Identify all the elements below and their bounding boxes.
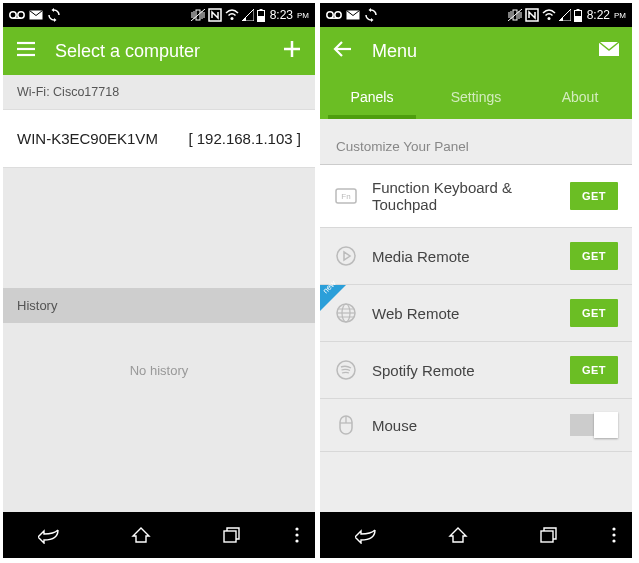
- panel-item-media-remote[interactable]: Media Remote GET: [320, 228, 632, 285]
- svg-marker-33: [369, 8, 372, 12]
- screen-left: 8:23PM Select a computer Wi-Fi: Cisco177…: [3, 3, 315, 558]
- svg-rect-64: [541, 531, 553, 542]
- play-icon: [334, 244, 358, 268]
- actionbar: Menu: [320, 27, 632, 75]
- get-button[interactable]: GET: [570, 242, 618, 270]
- toggle-thumb: [594, 412, 618, 438]
- content: Wi-Fi: Cisco17718 WIN-K3EC90EK1VM [ 192.…: [3, 75, 315, 512]
- sync-icon: [364, 8, 378, 22]
- panel-item-spotify-remote[interactable]: Spotify Remote GET: [320, 342, 632, 399]
- svg-marker-24: [133, 528, 149, 542]
- section-title: Customize Your Panel: [320, 119, 632, 165]
- add-icon[interactable]: [281, 38, 303, 64]
- no-history-label: No history: [3, 323, 315, 418]
- back-button[interactable]: [3, 526, 95, 544]
- mouse-icon: [334, 413, 358, 437]
- panel-label: Function Keyboard & Touchpad: [372, 179, 570, 213]
- recent-button[interactable]: [504, 526, 596, 544]
- tab-about[interactable]: About: [528, 75, 632, 119]
- svg-rect-25: [224, 531, 236, 542]
- actionbar-title: Select a computer: [55, 41, 200, 62]
- svg-point-0: [10, 12, 16, 18]
- panel-label: Media Remote: [372, 248, 570, 265]
- wifi-icon: [542, 9, 556, 21]
- wifi-icon: [225, 9, 239, 21]
- get-button[interactable]: GET: [570, 356, 618, 384]
- svg-point-42: [547, 17, 550, 20]
- panel-label: Spotify Remote: [372, 362, 570, 379]
- panel-item-mouse[interactable]: Mouse: [320, 399, 632, 452]
- clock-ampm: PM: [614, 11, 626, 20]
- panel-label: Mouse: [372, 417, 570, 434]
- mouse-toggle[interactable]: [570, 414, 618, 436]
- svg-point-30: [335, 12, 341, 18]
- svg-point-52: [337, 247, 355, 265]
- tab-settings[interactable]: Settings: [424, 75, 528, 119]
- recent-button[interactable]: [187, 526, 279, 544]
- signal-icon: [559, 9, 571, 21]
- voicemail-icon: [326, 10, 342, 20]
- mail-icon: [346, 10, 360, 20]
- sync-icon: [47, 8, 61, 22]
- computer-ip: [ 192.168.1.103 ]: [188, 130, 301, 147]
- svg-marker-43: [559, 9, 571, 21]
- wifi-label: Wi-Fi: Cisco17718: [3, 75, 315, 109]
- panel-list: Customize Your Panel Fn Function Keyboar…: [320, 119, 632, 512]
- empty-space: [3, 168, 315, 288]
- svg-point-66: [612, 533, 615, 536]
- menu-button[interactable]: [595, 527, 632, 543]
- spotify-icon: [334, 358, 358, 382]
- history-header: History: [3, 288, 315, 323]
- clock-ampm: PM: [297, 11, 309, 20]
- hamburger-icon[interactable]: [15, 38, 37, 64]
- mail-icon: [29, 10, 43, 20]
- svg-text:Fn: Fn: [341, 192, 350, 201]
- statusbar: 8:22PM: [320, 3, 632, 27]
- actionbar-title: Menu: [372, 41, 417, 62]
- svg-line-11: [191, 9, 205, 21]
- home-button[interactable]: [95, 525, 187, 545]
- actionbar: Select a computer: [3, 27, 315, 75]
- svg-rect-47: [574, 16, 581, 22]
- menu-button[interactable]: [278, 527, 315, 543]
- home-button[interactable]: [412, 525, 504, 545]
- vibrate-icon: [508, 9, 522, 21]
- panel-item-web-remote[interactable]: new Web Remote GET: [320, 285, 632, 342]
- get-button[interactable]: GET: [570, 182, 618, 210]
- svg-point-65: [612, 527, 615, 530]
- svg-line-40: [508, 9, 522, 21]
- svg-point-29: [327, 12, 333, 18]
- battery-icon: [257, 9, 265, 22]
- mail-action-icon[interactable]: [598, 41, 620, 61]
- voicemail-icon: [9, 10, 25, 20]
- svg-marker-34: [371, 18, 374, 22]
- signal-icon: [242, 9, 254, 21]
- svg-point-13: [230, 17, 233, 20]
- computer-row[interactable]: WIN-K3EC90EK1VM [ 192.168.1.103 ]: [3, 109, 315, 168]
- computer-name: WIN-K3EC90EK1VM: [17, 130, 158, 147]
- vibrate-icon: [191, 9, 205, 21]
- svg-marker-4: [52, 8, 55, 12]
- svg-point-26: [295, 527, 298, 530]
- get-button[interactable]: GET: [570, 299, 618, 327]
- navbar: [3, 512, 315, 558]
- fn-key-icon: Fn: [334, 184, 358, 208]
- back-arrow-icon[interactable]: [332, 38, 354, 64]
- svg-marker-63: [450, 528, 466, 542]
- svg-point-67: [612, 539, 615, 542]
- clock-time: 8:23: [270, 8, 293, 22]
- nfc-icon: [525, 8, 539, 22]
- tab-panels[interactable]: Panels: [320, 75, 424, 119]
- svg-point-28: [295, 539, 298, 542]
- navbar: [320, 512, 632, 558]
- screen-right: 8:22PM Menu Panels Settings About Custom…: [320, 3, 632, 558]
- svg-point-27: [295, 533, 298, 536]
- svg-marker-5: [54, 18, 57, 22]
- back-button[interactable]: [320, 526, 412, 544]
- nfc-icon: [208, 8, 222, 22]
- clock-time: 8:22: [587, 8, 610, 22]
- panel-item-function-keyboard[interactable]: Fn Function Keyboard & Touchpad GET: [320, 165, 632, 228]
- svg-point-1: [18, 12, 24, 18]
- svg-marker-53: [344, 252, 350, 260]
- statusbar: 8:23PM: [3, 3, 315, 27]
